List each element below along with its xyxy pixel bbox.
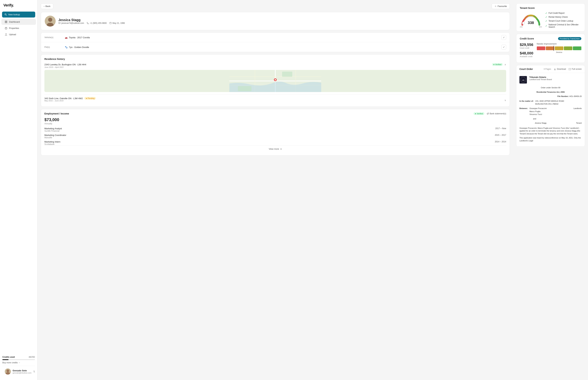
pet-expand-button[interactable]: ⤢ [501, 45, 506, 50]
star-icon: ☆ [494, 5, 497, 7]
user-row[interactable]: Gonzalo Soto gonzalo@intuitive.com ⇅ [2, 366, 35, 377]
credit-used-amount: $29,556 [520, 42, 533, 47]
doc-org-name: Tribunals Ontario [529, 76, 552, 78]
job-item-1: Marketing Coordinator Manulife 2015 – 20… [44, 134, 506, 139]
landlord-0: Giuseppe Procaccini [530, 107, 547, 110]
dob-meta: May 21, 1996 [109, 22, 125, 24]
upload-label: Upload [9, 33, 16, 36]
job-1-title: Marketing Coordinator [44, 134, 66, 136]
chevron-up-1[interactable]: ∧ [504, 63, 506, 66]
check-item-1: ✓ Rental History Check [545, 16, 581, 18]
bank-statement-link[interactable]: Bank statement(s) [487, 113, 506, 115]
sidebar-item-properties[interactable]: Properties [1, 25, 36, 31]
job-2-title: Marketing Intern [44, 140, 60, 143]
segment-3 [564, 46, 572, 50]
job-list: Marketing Analyst Sunlife Financial 2017… [44, 127, 506, 145]
credit-available-label: Available credit [520, 56, 533, 57]
sidebar-item-upload[interactable]: Upload [1, 32, 36, 38]
score-content: 338 200 800 ✓ Full Credit Report ✓ Renta… [520, 12, 581, 28]
check-item-0: ✓ Full Credit Report [545, 12, 581, 15]
doc-between-row: Between: Giuseppe Procaccini Marco Pugli… [519, 107, 582, 116]
svg-rect-6 [5, 28, 7, 29]
file-number-value: HOL-08456-20 [569, 95, 582, 97]
favourite-button[interactable]: ☆ Favourite [492, 3, 510, 9]
tenant-score-card: Tenant Score [516, 3, 585, 32]
check-icon-3: ✓ [545, 24, 547, 27]
buy-credits-link[interactable]: Buy more credits → [2, 361, 35, 364]
address-row-2: 343 Sixth Line, Oakville ON · L3M 4W2 ● … [44, 97, 506, 103]
view-more-button[interactable]: View more ∨ [44, 145, 506, 152]
segment-4 [573, 46, 581, 50]
profile-email: jessicas74@outlook.com [61, 22, 84, 24]
gauge-container: 338 200 800 [520, 12, 542, 28]
job-0-company: Sunlife Financial [44, 130, 62, 132]
properties-label: Properties [9, 27, 19, 29]
score-checks: ✓ Full Credit Report ✓ Rental History Ch… [545, 12, 581, 28]
pending-badge-2: ● Pending [84, 97, 96, 100]
dashboard-label: Dashboard [9, 20, 20, 23]
topbar: ‹ Back ☆ Favourite [41, 3, 510, 9]
residence-card: Residence history 2343 Laneley Dr, Burli… [41, 55, 510, 107]
profile-image [45, 16, 56, 27]
credits-row: Credits used 48/250 [2, 356, 35, 358]
employment-card: Employment / Income ● Verified Bank stat… [41, 109, 510, 155]
user-name: Gonzalo Soto [13, 369, 32, 372]
segment-1 [546, 46, 554, 50]
doc-order-title: Order under Section 69 [519, 86, 582, 89]
employment-header: Employment / Income ● Verified Bank stat… [44, 112, 506, 115]
doc-header: LTB Tribunals Ontario Landlord and Tenan… [519, 76, 582, 83]
check-label-3: National Criminal & Sex Offender Search [549, 23, 581, 28]
pet-icon: 🐾 [65, 46, 68, 48]
new-lookup-button[interactable]: New lookup [2, 12, 35, 18]
check-item-3: ✓ National Criminal & Sex Offender Searc… [545, 23, 581, 28]
job-0-info: Marketing Analyst Sunlife Financial [44, 127, 62, 132]
job-0-dates: 2017 – Now [495, 127, 506, 132]
svg-rect-4 [5, 22, 6, 23]
pet-label: Pet(s) [44, 46, 65, 48]
phone-icon [87, 22, 89, 24]
doc-paragraph-1: Giuseppe Procaccini, Marco Puglia and Vi… [519, 127, 582, 135]
back-label: Back [45, 5, 50, 7]
salary-row: $73,000 Annually [44, 117, 506, 125]
credit-status: Needs improvement [537, 42, 581, 45]
credit-bar-track [537, 46, 581, 50]
sidebar-item-dashboard[interactable]: Dashboard [1, 19, 36, 25]
salary-amount: $73,000 [44, 117, 59, 122]
download-label: Download [557, 68, 566, 70]
doc-logo: LTB [519, 76, 527, 83]
chevron-down-2[interactable]: ∨ [504, 99, 506, 102]
doc-body: Order under Section 69 Residential Tenan… [519, 86, 582, 142]
user-menu-chevron[interactable]: ⇅ [33, 370, 35, 373]
back-button[interactable]: ‹ Back [41, 3, 53, 9]
properties-icon [5, 27, 7, 29]
download-button[interactable]: Download [554, 68, 566, 70]
job-1-info: Marketing Coordinator Manulife [44, 134, 66, 139]
salary-period: Annually [44, 122, 59, 125]
map-placeholder [44, 70, 506, 92]
job-2-info: Marketing Intern Scotiabank [44, 140, 60, 145]
sidebar-footer: Credits used 48/250 Buy more credits → G… [0, 353, 37, 377]
fullscreen-icon [569, 68, 571, 70]
user-info: Gonzalo Soto gonzalo@intuitive.com [13, 369, 32, 374]
job-0-title: Marketing Analyst [44, 127, 62, 130]
vehicle-row: Vehicle(s) 🚗 Toyota · 2017 Corolla ⤢ [41, 33, 510, 42]
fullscreen-button[interactable]: Full screen [569, 68, 582, 70]
gauge-max: 800 [539, 26, 542, 28]
verified-badge-1: ● Verified [492, 63, 503, 66]
profile-avatar [45, 16, 56, 27]
profile-name: Jessica Stagg [58, 18, 125, 22]
job-1-dates: 2015 – 2017 [495, 134, 506, 139]
salary-details: $73,000 Annually [44, 117, 59, 125]
landlord-2: Vincenco Tucci [530, 113, 547, 116]
vehicle-expand-button[interactable]: ⤢ [501, 35, 506, 40]
logo-text: Verify. [3, 3, 14, 7]
dashboard-icon [5, 20, 7, 23]
check-icon-0: ✓ [545, 12, 547, 15]
svg-rect-22 [238, 86, 251, 91]
residence-title: Residence history [44, 58, 506, 60]
credit-available-amount: $48,000 [520, 51, 533, 56]
address-1-main: 2343 Laneley Dr, Burlington ON · L56 HH4 [44, 63, 86, 66]
court-title: Court Order [519, 68, 544, 70]
credits-progress-fill [2, 359, 8, 360]
doc-tenant-role: Tenant [576, 122, 582, 125]
